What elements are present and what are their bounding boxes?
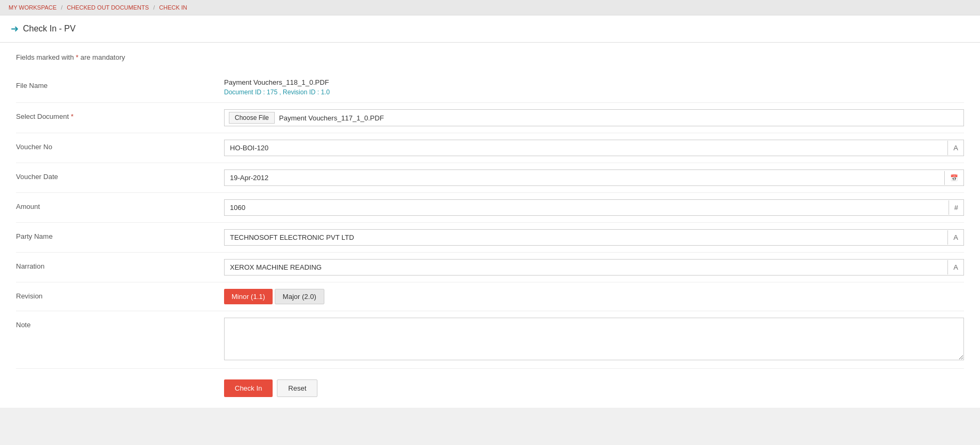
amount-input[interactable]	[225, 200, 949, 215]
narration-icon: A	[947, 260, 963, 274]
chosen-file-text: Payment Vouchers_117_1_0.PDF	[279, 114, 384, 122]
choose-file-button[interactable]: Choose File	[229, 112, 275, 124]
revision-major-button[interactable]: Major (2.0)	[275, 289, 324, 304]
voucher-date-label: Voucher Date	[16, 169, 224, 181]
amount-row: Amount #	[16, 193, 964, 223]
voucher-date-value: 📅	[224, 169, 964, 186]
amount-label: Amount	[16, 199, 224, 211]
revision-value: Minor (1.1) Major (2.0)	[224, 289, 964, 304]
select-document-value: Choose File Payment Vouchers_117_1_0.PDF	[224, 109, 964, 126]
revision-label: Revision	[16, 289, 224, 300]
reset-button[interactable]: Reset	[277, 379, 317, 397]
revision-minor-button[interactable]: Minor (1.1)	[224, 289, 273, 304]
amount-icon: #	[949, 200, 963, 215]
party-name-value: A	[224, 229, 964, 246]
voucher-date-row: Voucher Date 📅	[16, 163, 964, 193]
action-row: Check In Reset	[16, 369, 964, 397]
select-document-row: Select Document * Choose File Payment Vo…	[16, 103, 964, 133]
party-name-input[interactable]	[225, 230, 947, 245]
revision-buttons: Minor (1.1) Major (2.0)	[224, 289, 964, 304]
breadcrumb-sep-2: /	[153, 4, 155, 11]
file-name-label: File Name	[16, 78, 224, 90]
party-name-label: Party Name	[16, 229, 224, 240]
party-name-icon: A	[947, 230, 963, 245]
file-input-wrapper[interactable]: Choose File Payment Vouchers_117_1_0.PDF	[224, 109, 964, 126]
doc-id-link[interactable]: Document ID : 175 , Revision ID : 1.0	[224, 88, 964, 96]
voucher-no-value: A	[224, 140, 964, 156]
arrow-icon: ➜	[11, 23, 19, 35]
narration-label: Narration	[16, 259, 224, 270]
page-title-bar: ➜ Check In - PV	[0, 15, 980, 43]
note-textarea[interactable]	[224, 318, 964, 360]
narration-value: A	[224, 259, 964, 276]
narration-field-wrapper: A	[224, 259, 964, 276]
file-name-row: File Name Payment Vouchers_118_1_0.PDF D…	[16, 72, 964, 103]
note-value	[224, 318, 964, 362]
party-name-row: Party Name A	[16, 223, 964, 253]
narration-input[interactable]	[225, 260, 947, 275]
page-title: Check In - PV	[23, 24, 76, 34]
file-name-text: Payment Vouchers_118_1_0.PDF	[224, 78, 964, 86]
breadcrumb-item-workspace[interactable]: MY WORKSPACE	[9, 4, 57, 11]
mandatory-note: Fields marked with * are mandatory	[16, 53, 964, 61]
breadcrumb-item-checkin: CHECK IN	[159, 4, 187, 11]
file-name-value-container: Payment Vouchers_118_1_0.PDF Document ID…	[224, 78, 964, 96]
note-row: Note	[16, 311, 964, 369]
voucher-no-input[interactable]	[225, 140, 947, 156]
voucher-date-input[interactable]	[225, 170, 944, 185]
select-document-label: Select Document *	[16, 109, 224, 120]
voucher-no-icon: A	[947, 141, 963, 155]
revision-row: Revision Minor (1.1) Major (2.0)	[16, 282, 964, 311]
breadcrumb-item-checked-out[interactable]: CHECKED OUT DOCUMENTS	[67, 4, 149, 11]
calendar-icon[interactable]: 📅	[944, 171, 963, 185]
amount-value: #	[224, 199, 964, 216]
narration-row: Narration A	[16, 253, 964, 282]
breadcrumb: MY WORKSPACE / CHECKED OUT DOCUMENTS / C…	[0, 0, 980, 15]
main-content: Fields marked with * are mandatory File …	[0, 43, 980, 408]
voucher-no-field-wrapper: A	[224, 140, 964, 156]
checkin-button[interactable]: Check In	[224, 379, 273, 397]
voucher-no-row: Voucher No A	[16, 133, 964, 163]
breadcrumb-sep-1: /	[61, 4, 62, 11]
party-name-field-wrapper: A	[224, 229, 964, 246]
voucher-date-field-wrapper: 📅	[224, 169, 964, 186]
voucher-no-label: Voucher No	[16, 140, 224, 151]
amount-field-wrapper: #	[224, 199, 964, 216]
note-label: Note	[16, 318, 224, 329]
